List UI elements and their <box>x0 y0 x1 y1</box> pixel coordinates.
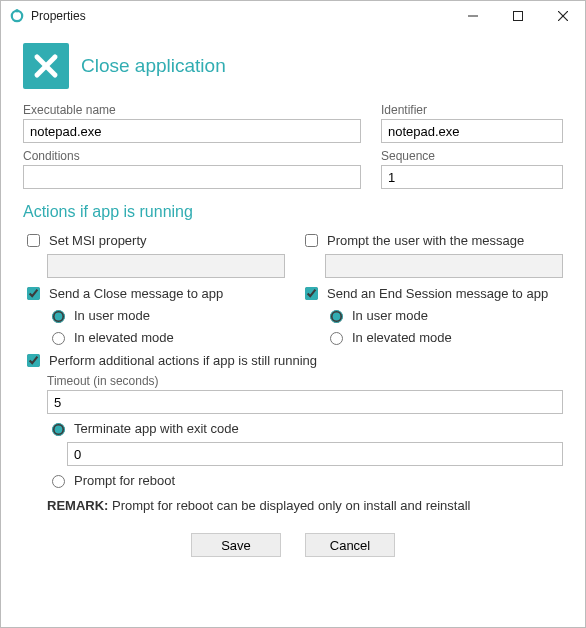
send-end-label: Send an End Session message to app <box>327 286 548 301</box>
minimize-button[interactable] <box>450 2 495 31</box>
window-title: Properties <box>31 9 86 23</box>
identifier-label: Identifier <box>381 103 563 117</box>
set-msi-label: Set MSI property <box>49 233 147 248</box>
perform-additional-label: Perform additional actions if app is sti… <box>49 353 317 368</box>
end-elev-mode-radio[interactable] <box>330 332 343 345</box>
actions-section-title: Actions if app is running <box>23 203 563 221</box>
close-app-icon <box>23 43 69 89</box>
sequence-label: Sequence <box>381 149 563 163</box>
svg-rect-4 <box>513 12 522 21</box>
set-msi-checkbox[interactable] <box>27 234 40 247</box>
properties-window: Properties Close application <box>0 0 586 628</box>
prompt-reboot-label: Prompt for reboot <box>74 473 175 488</box>
titlebar: Properties <box>1 1 585 31</box>
window-buttons <box>450 2 585 31</box>
close-elev-mode-label: In elevated mode <box>74 330 174 345</box>
exec-name-label: Executable name <box>23 103 361 117</box>
end-elev-mode-label: In elevated mode <box>352 330 452 345</box>
perform-additional-checkbox[interactable] <box>27 354 40 367</box>
send-close-checkbox[interactable] <box>27 287 40 300</box>
end-user-mode-label: In user mode <box>352 308 428 323</box>
content: Close application Executable name Identi… <box>1 31 585 627</box>
close-window-button[interactable] <box>540 2 585 31</box>
save-button[interactable]: Save <box>191 533 281 557</box>
end-user-mode-radio[interactable] <box>330 310 343 323</box>
cancel-button[interactable]: Cancel <box>305 533 395 557</box>
send-close-label: Send a Close message to app <box>49 286 223 301</box>
close-user-mode-radio[interactable] <box>52 310 65 323</box>
close-user-mode-label: In user mode <box>74 308 150 323</box>
remark-prefix: REMARK: <box>47 498 108 513</box>
sequence-input[interactable] <box>381 165 563 189</box>
remark-text: REMARK: Prompt for reboot can be display… <box>47 498 563 513</box>
conditions-input[interactable] <box>23 165 361 189</box>
timeout-label: Timeout (in seconds) <box>47 374 563 388</box>
prompt-user-checkbox[interactable] <box>305 234 318 247</box>
prompt-user-label: Prompt the user with the message <box>327 233 524 248</box>
send-end-checkbox[interactable] <box>305 287 318 300</box>
close-elev-mode-radio[interactable] <box>52 332 65 345</box>
maximize-button[interactable] <box>495 2 540 31</box>
terminate-code-input[interactable] <box>67 442 563 466</box>
terminate-radio[interactable] <box>52 423 65 436</box>
set-msi-input[interactable] <box>47 254 285 278</box>
prompt-reboot-radio[interactable] <box>52 475 65 488</box>
timeout-input[interactable] <box>47 390 563 414</box>
exec-name-input[interactable] <box>23 119 361 143</box>
svg-point-2 <box>15 9 19 13</box>
remark-body: Prompt for reboot can be displayed only … <box>108 498 470 513</box>
header: Close application <box>23 43 563 89</box>
identifier-input[interactable] <box>381 119 563 143</box>
conditions-label: Conditions <box>23 149 361 163</box>
terminate-label: Terminate app with exit code <box>74 421 239 436</box>
prompt-user-input[interactable] <box>325 254 563 278</box>
app-icon <box>9 8 25 24</box>
page-title: Close application <box>81 55 226 77</box>
